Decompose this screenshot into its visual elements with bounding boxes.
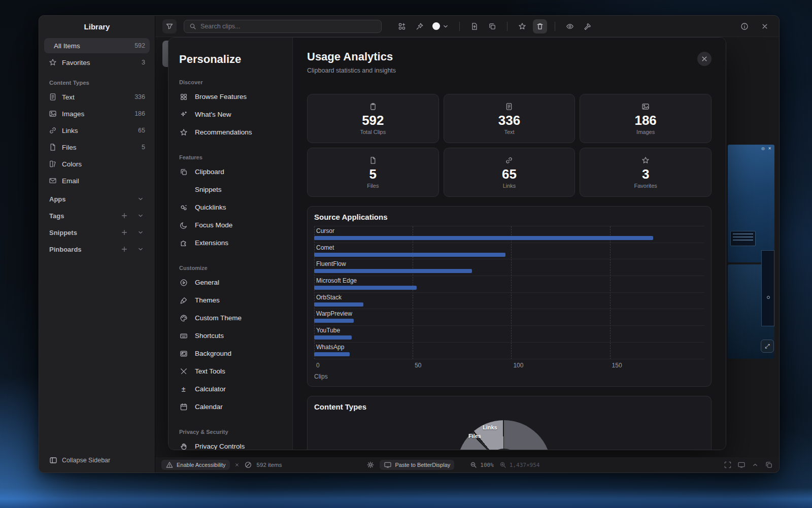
- add-icon[interactable]: [120, 245, 128, 253]
- close-icon: [761, 22, 769, 30]
- app-window: Library All Items 592 Favorites 3 Conten…: [39, 15, 780, 473]
- chevron-down-icon[interactable]: [137, 195, 145, 203]
- scan-icon[interactable]: [724, 461, 732, 469]
- add-icon[interactable]: [120, 228, 128, 236]
- favorite-button[interactable]: [515, 19, 529, 33]
- personalize-item-general[interactable]: General: [179, 274, 285, 291]
- search-input[interactable]: [200, 23, 377, 30]
- filter-funnel-icon: [165, 22, 174, 30]
- stat-card-links: 65 Links: [444, 148, 576, 197]
- pin-button[interactable]: [413, 19, 427, 33]
- window-close-button[interactable]: [758, 19, 772, 33]
- personalize-item-calendar[interactable]: Calendar: [179, 398, 285, 416]
- stat-value: 336: [498, 113, 520, 127]
- personalize-item-clipboard[interactable]: Clipboard: [179, 163, 285, 181]
- chevron-up-icon[interactable]: [751, 461, 759, 469]
- chevron-down-icon[interactable]: [137, 212, 145, 220]
- chevron-down-icon: [442, 22, 450, 30]
- sidebar-item-label: All Items: [54, 42, 80, 50]
- chevron-down-icon[interactable]: [137, 245, 145, 253]
- sidebar-item-text[interactable]: Text 336: [44, 89, 150, 105]
- export-file-button[interactable]: [467, 19, 482, 33]
- chevron-down-icon[interactable]: [137, 228, 145, 236]
- sidebar-item-email[interactable]: Email: [44, 173, 150, 188]
- copy-button[interactable]: [485, 19, 499, 33]
- trash-button[interactable]: [533, 19, 547, 33]
- items-count: 592 items: [257, 462, 282, 468]
- palette-icon: [179, 314, 188, 322]
- sidebar-item-all-items[interactable]: All Items 592: [44, 38, 150, 53]
- sidebar-item-favorites[interactable]: Favorites 3: [44, 55, 150, 70]
- bar-category-label: WarpPreview: [316, 310, 704, 317]
- calendar-icon: [179, 403, 188, 411]
- usage-analytics-panel: Usage Analytics Clipboard statistics and…: [293, 38, 726, 450]
- bar-row-warppreview: WarpPreview: [314, 309, 704, 326]
- search-icon: [189, 22, 197, 30]
- personalize-item-quicklinks[interactable]: Quicklinks: [179, 198, 285, 216]
- dismiss-icon[interactable]: [234, 461, 240, 469]
- paste-target-button[interactable]: Paste to BetterDisplay: [380, 460, 454, 470]
- zoom-out-icon[interactable]: [469, 461, 478, 469]
- color-filter-button[interactable]: [430, 22, 452, 30]
- personalize-item-recommendations[interactable]: Recommendations: [179, 123, 285, 141]
- sidebar-group-tags[interactable]: Tags: [44, 210, 150, 222]
- star-icon: [641, 156, 650, 164]
- personalize-item-snippets[interactable]: Snippets: [179, 181, 285, 198]
- personalize-item-extensions[interactable]: Extensions: [179, 234, 285, 252]
- clip-thumbnail-screenshot[interactable]: ◎ ✕: [728, 145, 774, 262]
- display-icon[interactable]: [737, 461, 746, 469]
- sidebar-item-images[interactable]: Images 186: [44, 106, 150, 121]
- item-count: 5: [142, 144, 145, 151]
- gear-icon[interactable]: [366, 461, 375, 469]
- quicklink-icon: [179, 204, 188, 212]
- tools-button[interactable]: [581, 19, 595, 33]
- clipboard-copy-icon: [179, 168, 188, 176]
- add-icon[interactable]: [120, 212, 128, 220]
- preview-button[interactable]: [563, 19, 577, 33]
- star-icon: [179, 128, 188, 137]
- personalize-item-focus-mode[interactable]: Focus Mode: [179, 216, 285, 234]
- document-text-icon: [505, 103, 513, 111]
- bar: [314, 286, 417, 290]
- personalize-item-whats-new[interactable]: What's New: [179, 106, 285, 123]
- info-button[interactable]: [737, 19, 752, 33]
- personalize-item-calculator[interactable]: ± Calculator: [179, 380, 285, 398]
- display-icon: [384, 461, 392, 469]
- eye-icon: [566, 22, 574, 30]
- search-field[interactable]: [184, 20, 382, 33]
- collapse-sidebar-button[interactable]: Collapse Sidebar: [43, 453, 116, 467]
- sidebar-item-colors[interactable]: Colors: [44, 156, 150, 172]
- sidebar-group-apps[interactable]: Apps: [44, 193, 150, 205]
- personalize-item-privacy-controls[interactable]: Privacy Controls: [179, 437, 285, 450]
- source-apps-axis: 050100150: [314, 361, 704, 370]
- stat-card-files: 5 Files: [307, 148, 439, 197]
- stat-card-total-clips: 592 Total Clips: [307, 94, 439, 143]
- personalize-item-browse-features[interactable]: Browse Features: [179, 88, 285, 106]
- sidebar-group-pinboards[interactable]: Pinboards: [44, 243, 150, 255]
- modal-close-button[interactable]: [697, 52, 712, 66]
- analytics-title: Usage Analytics: [307, 50, 712, 64]
- background-image-icon: [179, 350, 188, 358]
- personalize-item-shortcuts[interactable]: Shortcuts: [179, 327, 285, 345]
- expand-thumbnail-button[interactable]: ⤢: [761, 340, 774, 353]
- enable-accessibility-button[interactable]: Enable Accessibility: [161, 460, 230, 470]
- zoom-level-control[interactable]: 100%: [469, 461, 494, 469]
- item-count: 186: [134, 110, 145, 117]
- content-area: ◎ ✕ ⤢ Personalize Discover Browse Featur…: [155, 37, 779, 457]
- sidebar-item-files[interactable]: Files 5: [44, 140, 150, 155]
- source-applications-card: Source Applications CursorCometFluentFlo…: [307, 206, 712, 387]
- personalize-item-background[interactable]: Background: [179, 345, 285, 362]
- bar-row-whatsapp: WhatsApp: [314, 343, 704, 359]
- grid-add-button[interactable]: [395, 19, 409, 33]
- personalize-item-text-tools[interactable]: Text Tools: [179, 362, 285, 380]
- personalize-item-themes[interactable]: Themes: [179, 291, 285, 309]
- sidebar: Library All Items 592 Favorites 3 Conten…: [39, 16, 155, 472]
- sidebar-group-snippets[interactable]: Snippets: [44, 226, 150, 239]
- personalize-item-custom-theme[interactable]: Custom Theme: [179, 309, 285, 327]
- thumbnail-mini-window: [761, 250, 774, 326]
- zoom-in-icon[interactable]: [499, 461, 507, 469]
- sidebar-item-links[interactable]: Links 65: [44, 123, 150, 138]
- grid-add-icon: [398, 22, 406, 30]
- copy-icon[interactable]: [765, 461, 773, 469]
- filter-funnel-button[interactable]: [162, 19, 177, 33]
